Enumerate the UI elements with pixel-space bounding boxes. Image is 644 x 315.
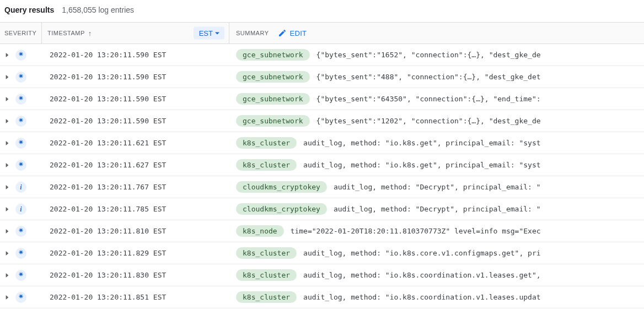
severity-icon — [15, 248, 26, 259]
severity-cell[interactable] — [14, 248, 42, 259]
resource-chip[interactable]: k8s_cluster — [236, 159, 297, 171]
severity-icon — [15, 116, 26, 127]
resource-chip[interactable]: k8s_node — [236, 225, 284, 237]
timestamp-cell: 2022-01-20 13:20:11.590 EST — [42, 117, 229, 125]
timestamp-cell: 2022-01-20 13:20:11.830 EST — [42, 271, 229, 279]
timestamp-cell: 2022-01-20 13:20:11.621 EST — [42, 139, 229, 147]
summary-cell: k8s_clusteraudit_log, method: "io.k8s.ge… — [229, 159, 644, 171]
severity-cell[interactable] — [14, 226, 42, 237]
summary-text: audit_log, method: "io.k8s.get", princip… — [303, 139, 540, 147]
timezone-selector[interactable]: EST — [194, 27, 224, 40]
summary-text: {"bytes_sent":"64350", "connection":{…},… — [316, 95, 541, 103]
severity-cell[interactable] — [14, 94, 42, 105]
log-row[interactable]: i2022-01-20 13:20:11.767 ESTcloudkms_cry… — [0, 176, 644, 198]
summary-cell: k8s_clusteraudit_log, method: "io.k8s.co… — [229, 269, 644, 281]
expand-toggle[interactable] — [0, 161, 14, 169]
expand-toggle[interactable] — [0, 183, 14, 191]
timestamp-cell: 2022-01-20 13:20:11.627 EST — [42, 161, 229, 169]
severity-icon: i — [15, 182, 26, 193]
severity-icon — [15, 50, 26, 61]
summary-cell: k8s_clusteraudit_log, method: "io.k8s.ge… — [229, 137, 644, 149]
expand-toggle[interactable] — [0, 139, 14, 147]
severity-icon — [15, 270, 26, 281]
resource-chip[interactable]: gce_subnetwork — [236, 93, 310, 105]
log-row[interactable]: i2022-01-20 13:20:11.785 ESTcloudkms_cry… — [0, 198, 644, 220]
timestamp-cell: 2022-01-20 13:20:11.590 EST — [42, 95, 229, 103]
severity-icon — [15, 138, 26, 149]
severity-cell[interactable] — [14, 50, 42, 61]
summary-text: time="2022-01-20T18:20:11.810370773Z" le… — [291, 227, 541, 235]
edit-summary-button[interactable]: EDIT — [275, 26, 310, 40]
summary-text: audit_log, method: "io.k8s.get", princip… — [303, 161, 540, 169]
summary-cell: gce_subnetwork{"bytes_sent":"1202", "con… — [229, 115, 644, 127]
timestamp-cell: 2022-01-20 13:20:11.785 EST — [42, 205, 229, 213]
results-title: Query results — [4, 6, 54, 14]
summary-cell: cloudkms_cryptokeyaudit_log, method: "De… — [229, 181, 644, 193]
log-row[interactable]: 2022-01-20 13:20:11.627 ESTk8s_clusterau… — [0, 154, 644, 176]
timestamp-cell: 2022-01-20 13:20:11.590 EST — [42, 73, 229, 81]
severity-cell[interactable] — [14, 160, 42, 171]
severity-cell[interactable] — [14, 292, 42, 303]
summary-text: audit_log, method: "io.k8s.core.v1.confi… — [303, 249, 540, 257]
severity-icon — [15, 226, 26, 237]
resource-chip[interactable]: k8s_cluster — [236, 269, 297, 281]
col-header-timestamp[interactable]: TIMESTAMP ↑ EST — [42, 23, 229, 44]
summary-cell: gce_subnetwork{"bytes_sent":"488", "conn… — [229, 71, 644, 83]
expand-toggle[interactable] — [0, 227, 14, 235]
resource-chip[interactable]: gce_subnetwork — [236, 115, 310, 127]
summary-text: {"bytes_sent":"1202", "connection":{…}, … — [316, 117, 541, 125]
results-count: 1,658,055 log entries — [62, 6, 134, 14]
summary-text: {"bytes_sent":"488", "connection":{…}, "… — [316, 73, 541, 81]
expand-toggle[interactable] — [0, 73, 14, 81]
resource-chip[interactable]: cloudkms_cryptokey — [236, 181, 327, 193]
expand-toggle[interactable] — [0, 294, 14, 301]
resource-chip[interactable]: k8s_cluster — [236, 291, 297, 303]
expand-toggle[interactable] — [0, 51, 14, 59]
resource-chip[interactable]: cloudkms_cryptokey — [236, 203, 327, 215]
severity-icon — [15, 160, 26, 171]
summary-cell: k8s_clusteraudit_log, method: "io.k8s.co… — [229, 247, 644, 259]
log-row[interactable]: 2022-01-20 13:20:11.621 ESTk8s_clusterau… — [0, 132, 644, 154]
resource-chip[interactable]: k8s_cluster — [236, 137, 297, 149]
log-row[interactable]: 2022-01-20 13:20:11.830 ESTk8s_clusterau… — [0, 264, 644, 286]
expand-toggle[interactable] — [0, 95, 14, 103]
log-row[interactable]: 2022-01-20 13:20:11.851 ESTk8s_clusterau… — [0, 286, 644, 308]
severity-icon — [15, 292, 26, 303]
severity-cell[interactable] — [14, 72, 42, 83]
severity-cell[interactable] — [14, 116, 42, 127]
timestamp-cell: 2022-01-20 13:20:11.590 EST — [42, 51, 229, 59]
results-header: Query results 1,658,055 log entries — [0, 0, 644, 22]
log-row[interactable]: 2022-01-20 13:20:11.590 ESTgce_subnetwor… — [0, 66, 644, 88]
column-headers: SEVERITY TIMESTAMP ↑ EST SUMMARY EDIT — [0, 22, 644, 44]
log-row[interactable]: 2022-01-20 13:20:11.829 ESTk8s_clusterau… — [0, 242, 644, 264]
summary-cell: cloudkms_cryptokeyaudit_log, method: "De… — [229, 203, 644, 215]
summary-cell: gce_subnetwork{"bytes_sent":"1652", "con… — [229, 49, 644, 61]
timestamp-cell: 2022-01-20 13:20:11.851 EST — [42, 293, 229, 301]
severity-cell[interactable]: i — [14, 182, 42, 193]
timestamp-cell: 2022-01-20 13:20:11.810 EST — [42, 227, 229, 235]
caret-down-icon — [214, 30, 220, 36]
severity-cell[interactable]: i — [14, 204, 42, 215]
log-row[interactable]: 2022-01-20 13:20:11.590 ESTgce_subnetwor… — [0, 88, 644, 110]
severity-cell[interactable] — [14, 270, 42, 281]
log-row[interactable]: 2022-01-20 13:20:11.590 ESTgce_subnetwor… — [0, 44, 644, 66]
expand-toggle[interactable] — [0, 271, 14, 279]
resource-chip[interactable]: k8s_cluster — [236, 247, 297, 259]
timestamp-cell: 2022-01-20 13:20:11.829 EST — [42, 249, 229, 257]
severity-icon — [15, 72, 26, 83]
severity-icon — [15, 94, 26, 105]
log-row[interactable]: 2022-01-20 13:20:11.590 ESTgce_subnetwor… — [0, 110, 644, 132]
resource-chip[interactable]: gce_subnetwork — [236, 49, 310, 61]
expand-toggle[interactable] — [0, 205, 14, 213]
resource-chip[interactable]: gce_subnetwork — [236, 71, 310, 83]
col-header-severity[interactable]: SEVERITY — [0, 23, 42, 44]
summary-text: audit_log, method: "io.k8s.coordination.… — [303, 271, 540, 279]
summary-text: audit_log, method: "io.k8s.coordination.… — [303, 293, 540, 301]
expand-toggle[interactable] — [0, 117, 14, 125]
summary-cell: k8s_nodetime="2022-01-20T18:20:11.810370… — [229, 225, 644, 237]
col-header-summary: SUMMARY EDIT — [229, 23, 644, 44]
severity-cell[interactable] — [14, 138, 42, 149]
expand-toggle[interactable] — [0, 249, 14, 257]
log-row[interactable]: 2022-01-20 13:20:11.810 ESTk8s_nodetime=… — [0, 220, 644, 242]
summary-cell: k8s_clusteraudit_log, method: "io.k8s.co… — [229, 291, 644, 303]
